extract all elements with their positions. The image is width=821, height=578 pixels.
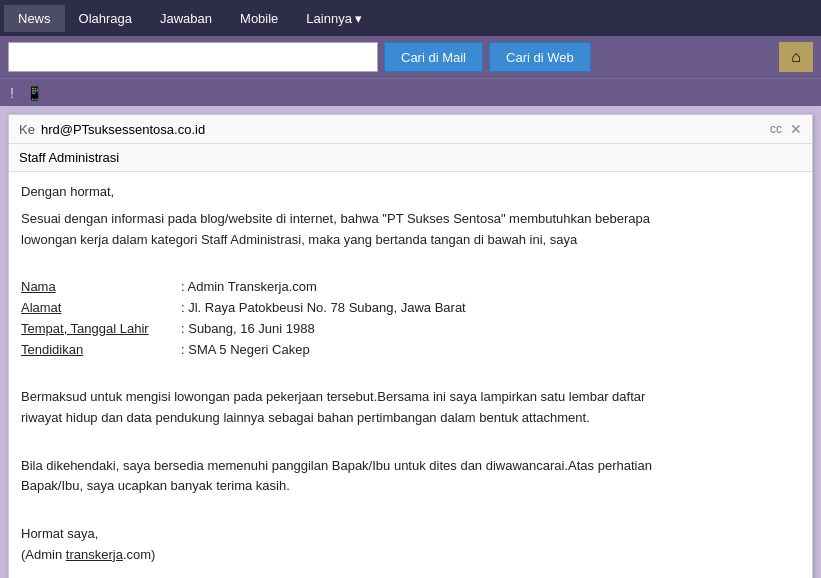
to-label: Ke xyxy=(19,122,35,137)
search-web-button[interactable]: Cari di Web xyxy=(489,42,591,72)
nama-value: : Admin Transkerja.com xyxy=(181,277,317,298)
body-closing: Hormat saya,(Admin transkerja.com) xyxy=(21,524,800,566)
pendidikan-value: : SMA 5 Negeri Cakep xyxy=(181,340,310,361)
info-table: Nama : Admin Transkerja.com Alamat : Jl.… xyxy=(21,277,800,360)
body-availability: Bila dikehendaki, saya bersedia memenuhi… xyxy=(21,456,800,498)
search-mail-button[interactable]: Cari di Mail xyxy=(384,42,483,72)
alamat-label: Alamat xyxy=(21,298,181,319)
nav-item-mobile[interactable]: Mobile xyxy=(226,5,292,32)
notification-icon[interactable]: ! xyxy=(10,85,14,101)
body-intro: Sesuai dengan informasi pada blog/websit… xyxy=(21,209,800,251)
ttl-value: : Subang, 16 Juni 1988 xyxy=(181,319,315,340)
email-body[interactable]: Dengan hormat, Sesuai dengan informasi p… xyxy=(9,172,812,578)
pendidikan-label: Tendidikan xyxy=(21,340,181,361)
cc-label[interactable]: cc xyxy=(770,122,782,136)
ttl-label: Tempat, Tanggal Lahir xyxy=(21,319,181,340)
chevron-down-icon: ▾ xyxy=(355,11,362,26)
nav-item-news[interactable]: News xyxy=(4,5,65,32)
search-input[interactable] xyxy=(8,42,378,72)
body-purpose: Bermaksud untuk mengisi lowongan pada pe… xyxy=(21,387,800,429)
alamat-value: : Jl. Raya Patokbeusi No. 78 Subang, Jaw… xyxy=(181,298,466,319)
nav-item-jawaban[interactable]: Jawaban xyxy=(146,5,226,32)
email-to-input[interactable] xyxy=(41,122,762,137)
nav-item-olahraga[interactable]: Olahraga xyxy=(65,5,146,32)
email-to-row: Ke cc ✕ xyxy=(9,115,812,144)
info-row-alamat: Alamat : Jl. Raya Patokbeusi No. 78 Suba… xyxy=(21,298,800,319)
searchbar-row: Cari di Mail Cari di Web ⌂ xyxy=(0,36,821,78)
close-icon[interactable]: ✕ xyxy=(790,121,802,137)
email-subject-input[interactable] xyxy=(19,150,802,165)
nav-item-lainnya[interactable]: Lainnya ▾ xyxy=(292,5,376,32)
icon-row: ! 📱 xyxy=(0,78,821,106)
top-navigation: News Olahraga Jawaban Mobile Lainnya ▾ xyxy=(0,0,821,36)
email-compose: Ke cc ✕ Dengan hormat, Sesuai dengan inf… xyxy=(8,114,813,578)
email-subject-row xyxy=(9,144,812,172)
home-icon: ⌂ xyxy=(791,48,801,66)
info-row-ttl: Tempat, Tanggal Lahir : Subang, 16 Juni … xyxy=(21,319,800,340)
nama-label: Nama xyxy=(21,277,181,298)
body-greeting: Dengan hormat, xyxy=(21,182,800,203)
info-row-pendidikan: Tendidikan : SMA 5 Negeri Cakep xyxy=(21,340,800,361)
home-button[interactable]: ⌂ xyxy=(779,42,813,72)
mobile-icon[interactable]: 📱 xyxy=(26,85,43,101)
info-row-nama: Nama : Admin Transkerja.com xyxy=(21,277,800,298)
